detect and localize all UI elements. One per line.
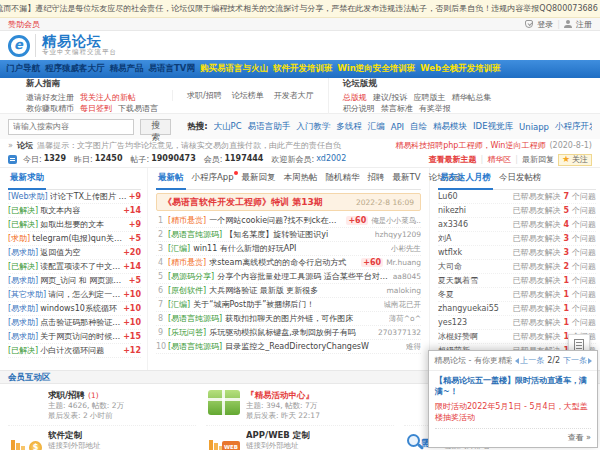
site-title[interactable]: 精易论坛 bbox=[42, 34, 117, 48]
view-more-link[interactable]: 查看 » bbox=[568, 433, 591, 442]
training-banner-title[interactable]: 《易语言软件开发工程师》特训 第13期 bbox=[163, 196, 356, 209]
help-thread-row[interactable]: [Web求助] 讨论下TX上传图片 |支持到图片上.. +9 bbox=[8, 190, 141, 204]
hot-search-term[interactable]: 易语言助手 bbox=[248, 121, 291, 133]
member-name[interactable]: zhangyuekai55 bbox=[438, 304, 509, 313]
hot-search-term[interactable]: 大山PC bbox=[214, 121, 242, 133]
post-row[interactable]: 6 [原创软件] 大兵网络验证 最新版 更新很多 maloking bbox=[156, 284, 421, 298]
thread-author[interactable]: Mr.huang bbox=[386, 258, 421, 267]
thread-title[interactable]: 请问，怎么判定一个易语言软件是.. bbox=[48, 289, 121, 300]
help-thread-row[interactable]: [其它求助] 请问，怎么判定一个易语言软件是.. +10 bbox=[8, 288, 141, 302]
nav-item[interactable]: Web全栈开发培训班 bbox=[420, 63, 500, 75]
thread-tag[interactable]: [易求助] bbox=[8, 275, 38, 286]
prev-announcement-button[interactable]: 上一条 bbox=[515, 355, 544, 366]
quick-link[interactable]: 总版规 bbox=[343, 92, 367, 103]
thread-title[interactable]: 如取出想要的文本 bbox=[40, 219, 126, 230]
thread-tag[interactable]: [已解决] bbox=[8, 219, 38, 230]
hot-search-term[interactable]: 入门教学 bbox=[296, 121, 330, 133]
forum-name[interactable]: APP/WEB 定制 bbox=[246, 430, 310, 440]
quick-link[interactable]: 教你赚取精币 bbox=[26, 103, 74, 114]
posts-tab[interactable]: 本周热帖 bbox=[282, 172, 320, 190]
training-banner[interactable]: 《易语言软件开发工程师》特训 第13期 2022-2-8 16:09 bbox=[156, 193, 421, 211]
latest-topics-link[interactable]: 查看最新主题 bbox=[429, 154, 477, 165]
thread-tag[interactable]: [Web求助] bbox=[8, 191, 48, 202]
thread-tag[interactable]: [已解决] bbox=[8, 205, 38, 216]
thread-title[interactable]: 点击验证码那种验证码怎么获取时.. bbox=[40, 317, 121, 328]
post-row[interactable]: 1 [精币悬赏] 一个网站cookie问题?找不到ck在哪里生成的! +60 俺… bbox=[156, 214, 421, 228]
member-name[interactable]: yes123 bbox=[438, 318, 509, 327]
thread-title[interactable]: 关于“城南Post助手”被捆绑后门！ bbox=[193, 299, 380, 310]
leaderboard-row[interactable]: 冬夏 已帮易友解决 1 个问题 bbox=[438, 288, 596, 302]
quick-link[interactable]: 求职/招聘 bbox=[187, 90, 222, 101]
thread-tag[interactable]: [易语言纯源码] bbox=[168, 229, 222, 240]
help-thread-row[interactable]: [求助] telegram(电报)qun关键词回复.. +5 bbox=[8, 232, 141, 246]
member-name[interactable]: Lu60 bbox=[438, 192, 509, 201]
activity-link[interactable]: 【精易论坛五一盖楼】限时活动直通车，满满~！ bbox=[435, 375, 591, 397]
thread-tag[interactable]: [精币悬赏] bbox=[168, 215, 206, 226]
follow-button[interactable]: ★ 关注 bbox=[558, 154, 592, 166]
post-row[interactable]: 10 [易语言纯源码] 目录监控之_ReadDirectoryChangesW … bbox=[156, 340, 421, 354]
help-thread-row[interactable]: [已解决] 如取出想要的文本 +9 bbox=[8, 218, 141, 232]
thread-title[interactable]: telegram(电报)qun关键词回复.. bbox=[32, 233, 126, 244]
help-thread-row[interactable]: [易求助] 返回值为空 +20 bbox=[8, 246, 141, 260]
leaderboard-row[interactable]: Lu60 已帮易友解决 7 个问题 bbox=[438, 190, 596, 204]
forum-name[interactable]: 软件定制 bbox=[48, 430, 82, 440]
nav-item[interactable]: 软件开发培训班 bbox=[273, 63, 333, 75]
forum-name[interactable]: 求职/招聘 bbox=[48, 390, 85, 400]
register-link[interactable]: 注册 bbox=[576, 19, 592, 30]
member-name[interactable]: ax3346 bbox=[438, 220, 509, 229]
leaderboard-row[interactable]: nikezhi 已帮易友解决 5 个问题 bbox=[438, 204, 596, 218]
thread-author[interactable]: aa8045 bbox=[393, 272, 421, 281]
login-link[interactable]: 登录 bbox=[537, 19, 553, 30]
search-input[interactable] bbox=[8, 119, 134, 135]
nav-item[interactable]: 易语言TV网 bbox=[149, 63, 195, 75]
thread-author[interactable]: 难得 bbox=[406, 342, 421, 352]
leaderboard-row[interactable]: yes123 已帮易友解决 1 个问题 bbox=[438, 316, 596, 330]
post-row[interactable]: 7 [汇编] 关于“城南Post助手”被捆绑后门！ 城南花已开 bbox=[156, 298, 421, 312]
thread-tag[interactable]: [易源码分享] bbox=[168, 271, 214, 282]
thread-title[interactable]: windows10系统循环 bbox=[40, 303, 121, 314]
thread-title[interactable]: 获取扣扣聊天的图片外链，可作图床 bbox=[225, 313, 386, 324]
thread-author[interactable]: hzhqyy1209 bbox=[375, 230, 421, 239]
forum-name[interactable]: 『精易活动中心』 bbox=[246, 390, 314, 400]
leaderboard-row[interactable]: 刘A 已帮易友解决 3 个问题 bbox=[438, 232, 596, 246]
thread-tag[interactable]: [求助] bbox=[8, 233, 30, 244]
help-thread-row[interactable]: [易求助] windows10系统循环 +10 bbox=[8, 302, 141, 316]
member-name[interactable]: 冰棍好赞啊 bbox=[438, 331, 509, 342]
thread-author[interactable]: 俺是小小菜鸟.. bbox=[371, 216, 421, 226]
thread-tag[interactable]: [已解决] bbox=[8, 345, 38, 356]
thread-title[interactable]: 讨论下TX上传图片 |支持到图片上.. bbox=[50, 191, 127, 202]
thread-tag[interactable]: [乐玩问答] bbox=[168, 327, 206, 338]
nav-item[interactable]: 精易产品 bbox=[110, 63, 144, 75]
posts-tab[interactable]: 最新回复 bbox=[240, 172, 278, 190]
forum-block[interactable]: $ 软件定制 链接到外部地址 bbox=[8, 426, 196, 450]
hot-search-term[interactable]: 小程序开发 bbox=[555, 121, 592, 133]
thread-title[interactable]: 大兵网络验证 最新版 更新很多 bbox=[209, 285, 383, 296]
search-button[interactable]: 搜索 bbox=[140, 119, 171, 135]
thread-author[interactable]: 270377132 bbox=[378, 328, 421, 337]
hot-search-term[interactable]: 精易模块 bbox=[433, 121, 467, 133]
post-row[interactable]: 8 [易语言纯源码] 获取扣扣聊天的图片外链，可作图床 薄荷^o^ bbox=[156, 312, 421, 326]
leaderboard-row[interactable]: ax3346 已帮易友解决 4 个问题 bbox=[438, 218, 596, 232]
quick-link[interactable]: 应聘版主 bbox=[413, 92, 445, 103]
thread-title[interactable]: 关于网页访问的时候停止的问题.. bbox=[40, 331, 121, 342]
help-thread-row[interactable]: [已解决] 取文本内容 +14 bbox=[8, 204, 141, 218]
hot-search-term[interactable]: 汇编 bbox=[368, 121, 385, 133]
help-thread-row[interactable]: [易求助] 点击验证码那种验证码怎么获取时.. +10 bbox=[8, 316, 141, 330]
quick-link[interactable]: 积分说明 bbox=[343, 103, 375, 114]
forum-block[interactable]: 『精易活动中心』 主题: 394, 帖数: 7万 最后发表: 昨天 22:17 bbox=[206, 386, 394, 426]
posts-tab[interactable]: 随机精华 bbox=[324, 172, 362, 190]
posts-tab[interactable]: 小程序App bbox=[190, 172, 236, 190]
leaderboard-row[interactable]: zhangyuekai55 已帮易友解决 1 个问题 bbox=[438, 302, 596, 316]
member-name[interactable]: 大司命 bbox=[438, 261, 509, 272]
hot-search-term[interactable]: API bbox=[391, 122, 404, 132]
forum-block[interactable]: 求职/招聘 (1) 主题: 4626, 帖数: 2万 最后发表: 2 小时前 bbox=[8, 386, 196, 426]
thread-tag[interactable]: [已解决] bbox=[8, 261, 38, 272]
collapse-arrow-icon[interactable]: » bbox=[8, 141, 13, 150]
thread-title[interactable]: 小白计次循环问题 bbox=[40, 345, 121, 356]
thread-tag[interactable]: [易语言纯源码] bbox=[168, 341, 222, 352]
help-thread-row[interactable]: [已解决] 读配置项读不了中文的配置项名称.. +14 bbox=[8, 260, 141, 274]
nav-item[interactable]: 程序猿威客大厅 bbox=[45, 63, 105, 75]
member-name[interactable]: 冬夏 bbox=[438, 289, 509, 300]
leaderboard-tab[interactable]: 易友达人月榜 bbox=[438, 172, 493, 190]
leaderboard-row[interactable]: 大司命 已帮易友解决 2 个问题 bbox=[438, 260, 596, 274]
